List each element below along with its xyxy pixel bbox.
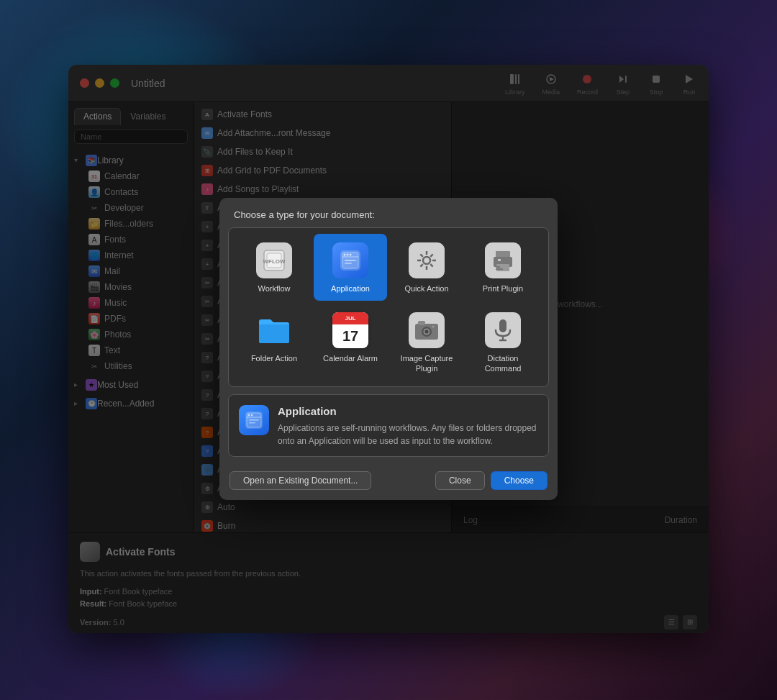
- doc-type-folder-action[interactable]: Folder Action: [237, 304, 311, 380]
- svg-point-17: [347, 254, 349, 256]
- image-capture-icon: [407, 311, 446, 350]
- svg-rect-37: [418, 321, 425, 325]
- desc-content: Application Applications are self-runnin…: [278, 405, 538, 447]
- calendar-alarm-icon: JUL 17: [331, 311, 370, 350]
- doc-type-dictation-command[interactable]: Dictation Command: [466, 304, 540, 380]
- svg-rect-35: [496, 268, 503, 270]
- svg-rect-33: [498, 259, 501, 261]
- svg-point-16: [344, 254, 346, 256]
- image-capture-label: Image Capture Plugin: [394, 354, 459, 373]
- svg-rect-42: [499, 319, 506, 332]
- doc-type-grid: WFLOW Workflow: [228, 227, 549, 387]
- doc-type-quick-action[interactable]: Quick Action: [390, 234, 463, 301]
- svg-point-18: [350, 254, 352, 256]
- svg-rect-34: [496, 266, 500, 268]
- doc-type-workflow[interactable]: WFLOW Workflow: [237, 234, 311, 301]
- dictation-command-label: Dictation Command: [471, 354, 535, 373]
- print-plugin-icon: [483, 241, 522, 280]
- quick-action-icon: [407, 241, 446, 280]
- main-window: Untitled Library Media Record: [68, 65, 709, 633]
- svg-line-26: [420, 255, 423, 258]
- doc-type-calendar-alarm[interactable]: JUL 17 Calendar Alarm: [314, 304, 387, 380]
- modal-title: Choose a type for your document:: [219, 198, 558, 227]
- desc-text: Applications are self-running workflows.…: [278, 422, 538, 447]
- svg-rect-20: [345, 263, 352, 264]
- desc-app-icon: [239, 405, 269, 435]
- svg-rect-50: [249, 419, 259, 421]
- dictation-command-icon: [483, 311, 522, 350]
- svg-rect-19: [345, 260, 356, 261]
- workflow-label: Workflow: [258, 284, 290, 294]
- print-plugin-label: Print Plugin: [483, 284, 523, 294]
- modal-overlay: Choose a type for your document: WFLOW: [68, 65, 709, 633]
- workflow-icon: WFLOW: [255, 241, 294, 280]
- quick-action-label: Quick Action: [404, 284, 448, 294]
- svg-line-27: [430, 264, 433, 267]
- desc-title: Application: [278, 405, 538, 417]
- svg-point-48: [248, 414, 250, 416]
- doc-type-image-capture[interactable]: Image Capture Plugin: [390, 304, 463, 380]
- open-existing-button[interactable]: Open an Existing Document...: [230, 471, 371, 490]
- svg-point-41: [432, 326, 435, 328]
- modal-desc-box: Application Applications are self-runnin…: [228, 394, 549, 457]
- modal-footer-right: Close Choose: [435, 471, 547, 490]
- svg-point-21: [423, 257, 430, 264]
- close-button[interactable]: Close: [435, 471, 485, 490]
- doc-type-application[interactable]: Application: [314, 234, 387, 301]
- svg-text:WFLOW: WFLOW: [263, 258, 286, 265]
- svg-line-29: [420, 264, 423, 267]
- svg-point-40: [425, 330, 429, 334]
- folder-action-label: Folder Action: [251, 354, 297, 363]
- choose-button[interactable]: Choose: [491, 471, 547, 490]
- svg-line-28: [430, 255, 433, 258]
- doc-type-print-plugin[interactable]: Print Plugin: [466, 234, 540, 301]
- application-icon: [331, 241, 370, 280]
- svg-point-49: [251, 414, 253, 416]
- folder-action-icon: [255, 311, 294, 350]
- modal-dialog: Choose a type for your document: WFLOW: [219, 198, 558, 500]
- calendar-alarm-label: Calendar Alarm: [323, 354, 378, 363]
- modal-footer: Open an Existing Document... Close Choos…: [219, 464, 558, 500]
- application-label: Application: [331, 284, 370, 294]
- svg-rect-51: [249, 422, 255, 424]
